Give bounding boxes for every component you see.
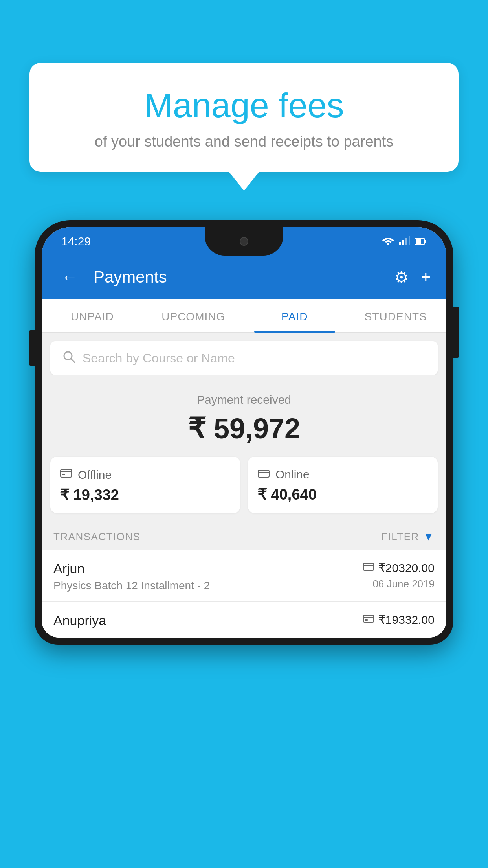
- payment-cards: Offline ₹ 19,332 Online: [42, 457, 446, 522]
- search-input[interactable]: Search by Course or Name: [83, 351, 235, 366]
- transactions-label: TRANSACTIONS: [53, 531, 141, 543]
- battery-icon: [415, 235, 427, 248]
- payment-received-label: Payment received: [50, 393, 438, 406]
- notch: [205, 227, 283, 256]
- svg-rect-13: [258, 470, 269, 477]
- add-button[interactable]: +: [421, 268, 431, 287]
- app-bar: ← Payments ⚙ +: [42, 256, 446, 299]
- transaction-right: ₹20320.00 06 June 2019: [363, 561, 435, 590]
- search-icon: [62, 350, 75, 366]
- offline-card-header: Offline: [60, 468, 231, 482]
- transaction-name: Anupriya: [53, 613, 106, 628]
- offline-payment-icon: [363, 614, 374, 626]
- online-payment-card: Online ₹ 40,640: [248, 457, 438, 513]
- page-background: Manage fees of your students and send re…: [0, 0, 488, 868]
- online-card-header: Online: [257, 468, 428, 481]
- settings-button[interactable]: ⚙: [394, 268, 409, 287]
- transaction-date: 06 June 2019: [363, 578, 435, 590]
- transaction-right: ₹19332.00: [363, 613, 435, 630]
- online-amount: ₹ 40,640: [257, 486, 428, 503]
- card-payment-icon: [363, 562, 374, 574]
- search-container[interactable]: Search by Course or Name: [50, 341, 438, 375]
- svg-rect-12: [62, 474, 65, 475]
- svg-rect-2: [402, 240, 404, 245]
- transaction-name: Arjun: [53, 561, 210, 576]
- filter-icon: ▼: [423, 530, 435, 543]
- filter-button[interactable]: FILTER ▼: [381, 530, 435, 543]
- transaction-amount: ₹20320.00: [378, 561, 435, 575]
- tab-paid[interactable]: PAID: [244, 299, 345, 332]
- transaction-left: Arjun Physics Batch 12 Installment - 2: [53, 561, 210, 592]
- offline-icon: [60, 468, 72, 482]
- table-row[interactable]: Arjun Physics Batch 12 Installment - 2: [42, 550, 446, 602]
- notch-camera: [240, 237, 248, 246]
- signal-icon: [399, 235, 410, 248]
- svg-rect-4: [409, 236, 410, 245]
- transaction-amount: ₹19332.00: [378, 613, 435, 627]
- svg-rect-3: [405, 238, 407, 245]
- transactions-header: TRANSACTIONS FILTER ▼: [42, 522, 446, 550]
- transaction-course: Physics Batch 12 Installment - 2: [53, 579, 210, 592]
- phone-wrapper: 14:29: [35, 220, 453, 868]
- svg-rect-19: [365, 619, 368, 621]
- tab-students[interactable]: STUDENTS: [345, 299, 447, 332]
- online-label: Online: [275, 468, 310, 481]
- wifi-icon: [382, 235, 394, 248]
- bubble-subtitle: of your students and send receipts to pa…: [49, 133, 439, 150]
- tab-upcoming[interactable]: UPCOMING: [143, 299, 244, 332]
- phone-frame: 14:29: [35, 220, 453, 645]
- status-time: 14:29: [61, 235, 91, 248]
- speech-bubble: Manage fees of your students and send re…: [29, 63, 459, 172]
- tab-unpaid[interactable]: UNPAID: [42, 299, 143, 332]
- svg-rect-17: [363, 615, 374, 622]
- app-bar-actions: ⚙ +: [394, 268, 431, 287]
- status-bar: 14:29: [42, 227, 446, 256]
- back-button[interactable]: ←: [57, 264, 82, 291]
- offline-label: Offline: [78, 468, 112, 482]
- tabs-bar: UNPAID UPCOMING PAID STUDENTS: [42, 299, 446, 333]
- phone-screen: 14:29: [42, 227, 446, 638]
- payment-total-amount: ₹ 59,972: [50, 412, 438, 445]
- table-row[interactable]: Anupriya: [42, 602, 446, 638]
- svg-point-0: [387, 243, 389, 245]
- payment-received-section: Payment received ₹ 59,972: [42, 375, 446, 457]
- svg-rect-10: [61, 469, 72, 477]
- svg-rect-1: [399, 242, 401, 245]
- svg-rect-7: [425, 240, 426, 243]
- transaction-amount-row: ₹20320.00: [363, 561, 435, 575]
- svg-line-9: [71, 359, 75, 362]
- filter-label: FILTER: [381, 531, 419, 543]
- transaction-list: Arjun Physics Batch 12 Installment - 2: [42, 550, 446, 638]
- offline-payment-card: Offline ₹ 19,332: [50, 457, 240, 513]
- online-icon: [257, 468, 270, 481]
- offline-amount: ₹ 19,332: [60, 486, 231, 504]
- svg-rect-6: [416, 239, 421, 244]
- app-bar-title: Payments: [94, 268, 382, 287]
- svg-rect-15: [363, 563, 374, 570]
- status-icons: [382, 235, 427, 248]
- transaction-left: Anupriya: [53, 613, 106, 631]
- bubble-title: Manage fees: [49, 86, 439, 125]
- transaction-amount-row: ₹19332.00: [363, 613, 435, 627]
